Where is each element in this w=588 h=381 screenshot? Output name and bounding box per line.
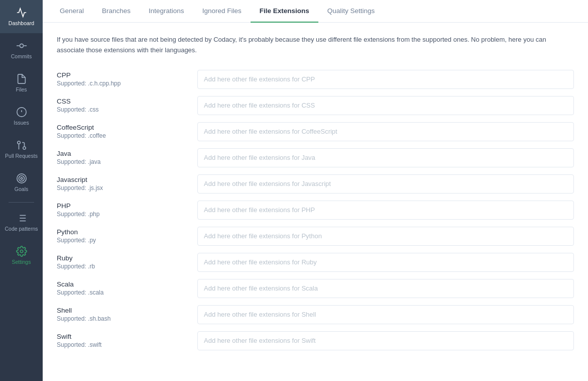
svg-point-10 [19,176,24,181]
files-icon [16,73,27,84]
tab-bar: General Branches Integrations Ignored Fi… [43,0,588,23]
lang-extension-input[interactable] [197,174,574,194]
lang-name: PHP [57,202,187,210]
lang-info: JavascriptSupported: .js.jsx [57,176,187,192]
lang-name: Shell [57,307,187,314]
lang-supported: Supported: .c.h.cpp.hpp [57,80,187,87]
lang-info: SwiftSupported: .swift [57,333,187,348]
lang-info: RubySupported: .rb [57,254,187,270]
lang-row: RubySupported: .rb [57,253,574,272]
tab-integrations[interactable]: Integrations [140,0,193,23]
lang-extension-input[interactable] [197,201,574,220]
lang-supported: Supported: .java [57,158,187,165]
lang-name: Scala [57,280,187,288]
dashboard-icon [16,7,27,18]
sidebar-item-settings[interactable]: Settings [0,239,43,272]
lang-extension-input[interactable] [197,70,574,89]
lang-name: CSS [57,98,187,105]
svg-point-0 [20,44,23,47]
sidebar-item-dashboard[interactable]: Dashboard [0,0,43,33]
lang-row: PythonSupported: .py [57,227,574,246]
sidebar-item-files[interactable]: Files [0,66,43,100]
tab-general[interactable]: General [51,0,93,23]
tab-quality-settings[interactable]: Quality Settings [318,0,384,23]
lang-name: Python [57,228,187,236]
commits-icon [16,40,27,51]
lang-extension-input[interactable] [197,279,574,298]
lang-name: CPP [57,71,187,79]
pull-requests-icon [16,140,27,151]
svg-point-6 [23,147,26,150]
page-description: If you have source files that are not be… [57,35,574,56]
lang-supported: Supported: .rb [57,263,187,270]
sidebar-label-settings: Settings [12,259,31,265]
lang-supported: Supported: .css [57,106,187,113]
sidebar-item-code-patterns[interactable]: Code patterns [0,206,43,239]
lang-row: JavascriptSupported: .js.jsx [57,174,574,194]
tab-file-extensions[interactable]: File Extensions [251,0,318,23]
sidebar-label-issues: Issues [14,120,29,126]
lang-name: Java [57,150,187,157]
svg-point-11 [21,177,23,179]
lang-info: PHPSupported: .php [57,202,187,218]
tab-ignored-files[interactable]: Ignored Files [193,0,251,23]
code-patterns-icon [16,213,27,224]
language-list: CPPSupported: .c.h.cpp.hppCSSSupported: … [57,70,574,350]
main-content: General Branches Integrations Ignored Fi… [43,0,588,381]
lang-extension-input[interactable] [197,305,574,324]
lang-name: CoffeeScript [57,124,187,131]
lang-supported: Supported: .js.jsx [57,184,187,192]
lang-info: PythonSupported: .py [57,228,187,244]
content-area: If you have source files that are not be… [43,23,588,381]
lang-row: ScalaSupported: .scala [57,279,574,298]
lang-name: Swift [57,333,187,340]
lang-supported: Supported: .py [57,237,187,244]
sidebar-item-issues[interactable]: Issues [0,100,43,133]
lang-row: SwiftSupported: .swift [57,331,574,350]
sidebar-label-commits: Commits [11,53,32,59]
lang-row: CSSSupported: .css [57,96,574,115]
sidebar-divider [9,202,34,203]
tab-branches[interactable]: Branches [93,0,140,23]
svg-point-7 [17,141,20,144]
lang-supported: Supported: .swift [57,341,187,348]
lang-info: CPPSupported: .c.h.cpp.hpp [57,71,187,87]
lang-name: Javascript [57,176,187,183]
sidebar-label-pull-requests: Pull Requests [5,153,38,159]
issues-icon [16,107,27,118]
lang-supported: Supported: .scala [57,289,187,296]
lang-extension-input[interactable] [197,227,574,246]
sidebar-label-dashboard: Dashboard [9,20,34,26]
sidebar-item-commits[interactable]: Commits [0,33,43,66]
lang-info: JavaSupported: .java [57,150,187,165]
sidebar-item-goals[interactable]: Goals [0,166,43,199]
lang-info: CSSSupported: .css [57,98,187,113]
lang-supported: Supported: .coffee [57,132,187,139]
svg-point-9 [17,174,26,183]
sidebar-item-pull-requests[interactable]: Pull Requests [0,133,43,166]
svg-point-18 [20,250,23,253]
lang-supported: Supported: .php [57,211,187,218]
lang-extension-input[interactable] [197,148,574,167]
sidebar-label-goals: Goals [15,186,28,192]
lang-supported: Supported: .sh.bash [57,315,187,322]
goals-icon [16,173,27,184]
lang-extension-input[interactable] [197,96,574,115]
lang-info: ScalaSupported: .scala [57,280,187,296]
lang-extension-input[interactable] [197,253,574,272]
lang-row: CoffeeScriptSupported: .coffee [57,122,574,141]
sidebar-label-code-patterns: Code patterns [5,226,38,232]
lang-name: Ruby [57,254,187,262]
settings-icon [16,246,27,257]
lang-extension-input[interactable] [197,122,574,141]
lang-row: JavaSupported: .java [57,148,574,167]
lang-info: ShellSupported: .sh.bash [57,307,187,322]
lang-extension-input[interactable] [197,331,574,350]
lang-row: PHPSupported: .php [57,201,574,220]
lang-info: CoffeeScriptSupported: .coffee [57,124,187,139]
sidebar-label-files: Files [16,86,27,92]
lang-row: CPPSupported: .c.h.cpp.hpp [57,70,574,89]
lang-row: ShellSupported: .sh.bash [57,305,574,324]
sidebar: Dashboard Commits Files Issues Pull Requ… [0,0,43,381]
